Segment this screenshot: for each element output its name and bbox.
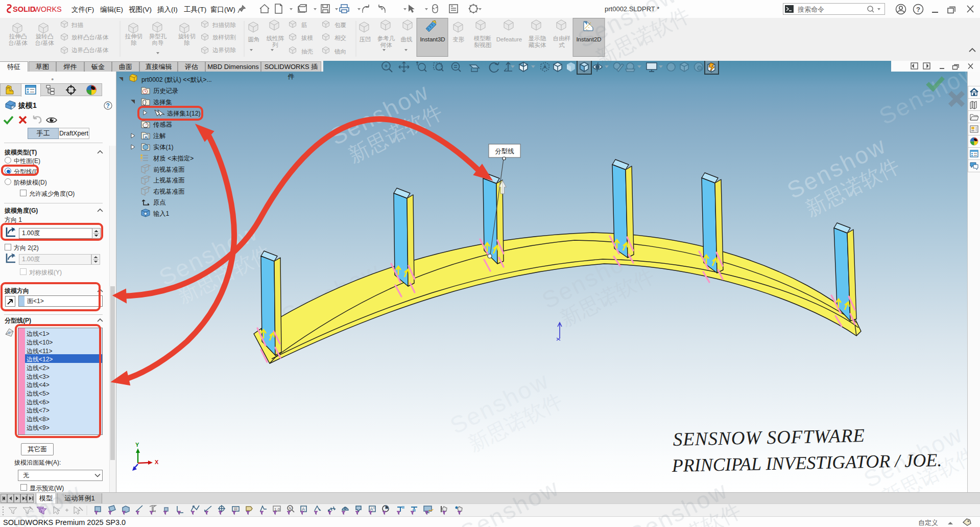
svg-text:Senshow: Senshow <box>456 474 564 527</box>
svg-text:nshow: nshow <box>7 478 86 527</box>
